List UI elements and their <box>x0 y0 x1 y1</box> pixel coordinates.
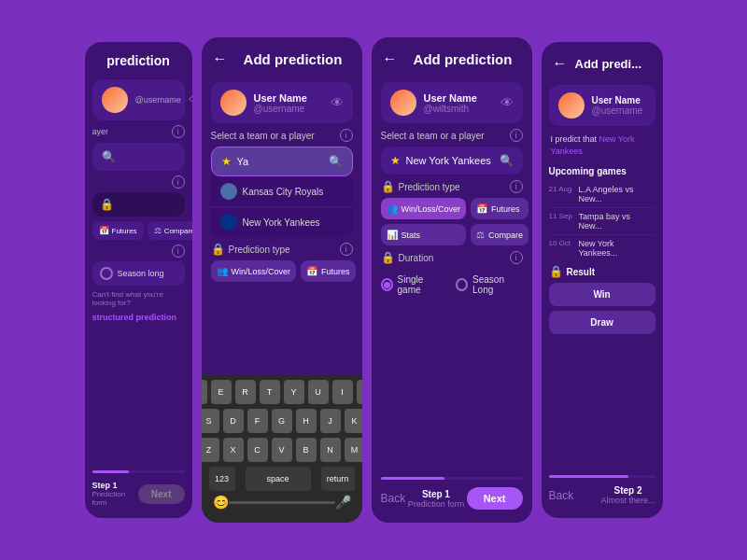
search-field-1[interactable]: 🔍 <box>92 143 185 171</box>
key-m[interactable]: M <box>345 438 362 462</box>
radio-season-1[interactable] <box>100 267 113 280</box>
key-f[interactable]: F <box>247 409 268 433</box>
home-indicator <box>229 501 335 504</box>
dropdown-item-nyy[interactable]: New York Yankees <box>211 207 353 237</box>
back-arrow-3[interactable]: ← <box>383 50 398 67</box>
next-btn-1[interactable]: Next <box>138 484 185 504</box>
key-s[interactable]: S <box>202 409 219 433</box>
info-icon-2[interactable]: i <box>340 129 353 142</box>
kb-row-1: Q W E R T Y U I O P <box>205 380 359 404</box>
footer-row-1: Step 1 Prediction form Next <box>92 481 185 507</box>
game-date-3: 10 Oct <box>549 239 575 247</box>
compare-icon-3: ⚖ <box>476 230 485 240</box>
key-r[interactable]: R <box>235 380 256 404</box>
progress-fill-1 <box>92 470 130 473</box>
calendar-icon-1: 📅 <box>99 226 109 235</box>
key-z[interactable]: Z <box>202 438 219 462</box>
key-k[interactable]: K <box>345 409 362 433</box>
team-name-nyy: New York Yankees <box>243 217 320 228</box>
progress-bar-4 <box>549 475 655 478</box>
key-v[interactable]: V <box>272 438 292 462</box>
key-123[interactable]: 123 <box>209 467 235 491</box>
key-x[interactable]: X <box>223 438 244 462</box>
radio-circle-season-3 <box>456 278 468 291</box>
radio-season-3[interactable]: Season Long <box>456 274 523 295</box>
kb-accessory: 😊 🎤 <box>205 491 359 510</box>
key-o[interactable]: O <box>357 380 362 404</box>
key-g[interactable]: G <box>272 409 292 433</box>
key-i[interactable]: I <box>332 380 353 404</box>
player-label-1: ayer i <box>92 125 185 138</box>
search-field-2[interactable]: ★ Ya 🔍 <box>211 147 353 176</box>
key-space[interactable]: space <box>246 467 311 491</box>
game-teams-2: Tampa bay vs New... <box>579 212 655 231</box>
screens-container: prediction @username 👁 ayer i 🔍 i <box>76 28 672 532</box>
user-row-4: User Name @username <box>549 85 655 126</box>
back-btn-3[interactable]: Back <box>381 492 406 505</box>
radio-label-single-3: Single game <box>398 274 444 295</box>
pred-btn-winloss-2[interactable]: 👥 Win/Loss/Cover <box>211 260 297 282</box>
emoji-icon[interactable]: 😊 <box>213 495 229 510</box>
eye-icon-2[interactable]: 👁 <box>331 95 344 110</box>
futures-btn-1[interactable]: 📅 Futures <box>92 221 144 240</box>
info-icon-pred-2[interactable]: i <box>340 243 353 256</box>
pred-btn-futures-3[interactable]: 📅 Futures <box>471 198 529 219</box>
user-handle-1: @username <box>135 95 181 105</box>
game-item-2[interactable]: 11 Sep Tampa bay vs New... <box>549 208 655 235</box>
footer-3: Back Step 1 Prediction form Next <box>372 469 532 523</box>
eye-icon-3[interactable]: 👁 <box>500 95 514 110</box>
info-icon-3[interactable]: i <box>510 129 523 142</box>
screen1-title: prediction <box>106 53 170 68</box>
player-label-2: Select a team or a player i <box>211 129 353 142</box>
structured-link-1[interactable]: structured prediction <box>92 313 177 322</box>
dropdown-item-kcr[interactable]: Kansas City Royals <box>211 176 353 207</box>
winloss-icon-2: 👥 <box>217 266 228 276</box>
player-label-text-2: Select a team or a player <box>211 131 315 141</box>
result-win-btn-4[interactable]: Win <box>549 283 655 306</box>
back-arrow-2[interactable]: ← <box>213 50 228 67</box>
compare-btn-1[interactable]: ⚖ Compare <box>148 221 192 240</box>
info-icon-dur-3[interactable]: i <box>510 251 523 264</box>
key-e[interactable]: E <box>211 380 232 404</box>
result-btns-4: Win Draw <box>549 283 655 334</box>
key-u[interactable]: U <box>308 380 329 404</box>
info-icon-player-1[interactable]: i <box>172 125 185 138</box>
info-icon-pred-3[interactable]: i <box>510 180 523 193</box>
key-w[interactable]: W <box>202 380 207 404</box>
radio-single-3[interactable]: Single game <box>381 274 444 295</box>
keyboard-2: Q W E R T Y U I O P A S D F G H J K L <box>202 374 362 523</box>
key-c[interactable]: C <box>247 438 268 462</box>
key-y[interactable]: Y <box>284 380 304 404</box>
back-btn-4[interactable]: Back <box>549 489 574 502</box>
game-item-1[interactable]: 21 Aug L.A Angeles vs New... <box>549 181 655 208</box>
result-draw-btn-4[interactable]: Draw <box>549 311 655 334</box>
footer-row-3: Back Step 1 Prediction form Next <box>381 487 523 510</box>
pred-btn-futures-2[interactable]: 📅 Futures <box>301 260 356 282</box>
info-icon-locked-1[interactable]: i <box>172 175 185 189</box>
futures-icon-3: 📅 <box>476 203 487 214</box>
mic-icon[interactable]: 🎤 <box>335 495 351 510</box>
pred-type-section-3: 🔒 Prediction type i 👥 Win/Loss/Cover 📅 F… <box>381 180 523 245</box>
key-b[interactable]: B <box>296 438 317 462</box>
footer-4: Back Step 2 Almost there... <box>542 468 663 518</box>
title-3: Add prediction <box>405 51 521 67</box>
search-icon-1: 🔍 <box>102 150 116 163</box>
lock-icon-1: 🔒 <box>100 198 114 211</box>
back-arrow-4[interactable]: ← <box>553 55 568 72</box>
pred-btn-winloss-3[interactable]: 👥 Win/Loss/Cover <box>381 198 467 219</box>
pred-type-label-3: 🔒 Prediction type i <box>381 180 523 193</box>
eye-icon-1[interactable]: 👁 <box>189 92 192 107</box>
key-n[interactable]: N <box>320 438 341 462</box>
key-return[interactable]: return <box>321 467 355 491</box>
key-t[interactable]: T <box>260 380 280 404</box>
game-item-3[interactable]: 10 Oct New York Yankees... <box>549 235 655 261</box>
key-j[interactable]: J <box>320 409 341 433</box>
key-h[interactable]: H <box>296 409 317 433</box>
pred-btn-stats-3[interactable]: 📊 Stats <box>381 224 467 245</box>
team-circle-nyy <box>220 214 237 231</box>
key-d[interactable]: D <box>223 409 244 433</box>
next-btn-3[interactable]: Next <box>467 487 523 510</box>
search-field-3[interactable]: ★ New York Yankees 🔍 <box>381 147 523 175</box>
pred-btn-compare-3[interactable]: ⚖ Compare <box>471 224 529 245</box>
info-icon-season-1[interactable]: i <box>172 245 185 258</box>
